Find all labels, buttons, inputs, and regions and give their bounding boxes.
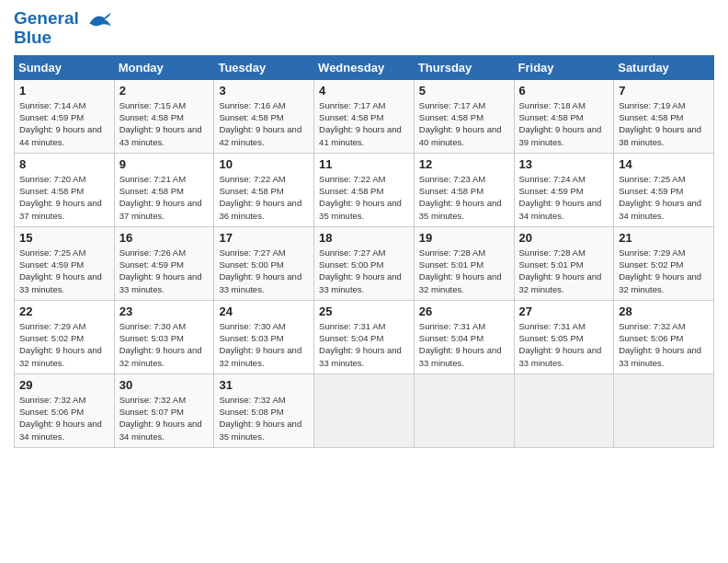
logo-text-general: General — [14, 8, 79, 28]
calendar-day-cell: 30 Sunrise: 7:32 AMSunset: 5:07 PMDaylig… — [114, 373, 214, 447]
calendar-day-cell — [314, 373, 415, 447]
day-info: Sunrise: 7:25 AMSunset: 4:59 PMDaylight:… — [19, 247, 109, 295]
day-info: Sunrise: 7:23 AMSunset: 4:58 PMDaylight:… — [419, 173, 509, 222]
weekday-header: Monday — [114, 55, 214, 79]
day-info: Sunrise: 7:17 AMSunset: 4:58 PMDaylight:… — [319, 99, 409, 148]
calendar-week-row: 29 Sunrise: 7:32 AMSunset: 5:06 PMDaylig… — [15, 373, 714, 447]
weekday-header: Saturday — [614, 55, 714, 79]
logo-text-blue: Blue — [14, 29, 113, 48]
calendar-week-row: 1 Sunrise: 7:14 AMSunset: 4:59 PMDayligh… — [15, 79, 714, 153]
day-number: 31 — [219, 378, 309, 392]
calendar-day-cell: 26 Sunrise: 7:31 AMSunset: 5:04 PMDaylig… — [414, 300, 514, 373]
calendar-day-cell — [414, 373, 514, 447]
day-number: 3 — [219, 84, 309, 98]
calendar-day-cell — [514, 373, 614, 447]
day-info: Sunrise: 7:27 AMSunset: 5:00 PMDaylight:… — [219, 247, 309, 295]
calendar-day-cell: 13 Sunrise: 7:24 AMSunset: 4:59 PMDaylig… — [514, 153, 614, 226]
day-number: 4 — [319, 84, 409, 98]
calendar-day-cell: 27 Sunrise: 7:31 AMSunset: 5:05 PMDaylig… — [514, 300, 614, 373]
calendar-day-cell: 21 Sunrise: 7:29 AMSunset: 5:02 PMDaylig… — [614, 226, 714, 300]
logo-bird-icon — [87, 11, 113, 28]
day-info: Sunrise: 7:22 AMSunset: 4:58 PMDaylight:… — [319, 173, 409, 222]
day-number: 10 — [219, 157, 309, 171]
day-number: 25 — [319, 304, 409, 318]
calendar-day-cell: 23 Sunrise: 7:30 AMSunset: 5:03 PMDaylig… — [114, 300, 214, 373]
calendar-day-cell: 8 Sunrise: 7:20 AMSunset: 4:58 PMDayligh… — [15, 153, 115, 226]
calendar-day-cell: 17 Sunrise: 7:27 AMSunset: 5:00 PMDaylig… — [214, 226, 314, 300]
calendar-day-cell: 4 Sunrise: 7:17 AMSunset: 4:58 PMDayligh… — [314, 79, 415, 153]
day-number: 1 — [19, 84, 109, 98]
weekday-header: Thursday — [414, 55, 514, 79]
day-number: 29 — [19, 378, 109, 392]
weekday-header: Friday — [514, 55, 614, 79]
day-number: 28 — [619, 304, 709, 318]
day-info: Sunrise: 7:29 AMSunset: 5:02 PMDaylight:… — [619, 247, 709, 295]
calendar-day-cell: 25 Sunrise: 7:31 AMSunset: 5:04 PMDaylig… — [314, 300, 415, 373]
day-info: Sunrise: 7:28 AMSunset: 5:01 PMDaylight:… — [419, 247, 509, 295]
day-number: 21 — [619, 231, 709, 245]
day-number: 30 — [119, 378, 210, 392]
calendar-day-cell: 18 Sunrise: 7:27 AMSunset: 5:00 PMDaylig… — [314, 226, 415, 300]
day-info: Sunrise: 7:22 AMSunset: 4:58 PMDaylight:… — [219, 173, 309, 222]
calendar-day-cell: 6 Sunrise: 7:18 AMSunset: 4:58 PMDayligh… — [514, 79, 614, 153]
day-number: 13 — [519, 157, 609, 171]
day-info: Sunrise: 7:27 AMSunset: 5:00 PMDaylight:… — [319, 247, 409, 295]
calendar-day-cell: 29 Sunrise: 7:32 AMSunset: 5:06 PMDaylig… — [15, 373, 115, 447]
day-info: Sunrise: 7:16 AMSunset: 4:58 PMDaylight:… — [219, 99, 309, 148]
day-info: Sunrise: 7:31 AMSunset: 5:05 PMDaylight:… — [519, 320, 609, 369]
day-number: 5 — [419, 84, 509, 98]
calendar-day-cell: 31 Sunrise: 7:32 AMSunset: 5:08 PMDaylig… — [214, 373, 314, 447]
day-info: Sunrise: 7:26 AMSunset: 4:59 PMDaylight:… — [119, 247, 210, 295]
calendar-day-cell: 5 Sunrise: 7:17 AMSunset: 4:58 PMDayligh… — [414, 79, 514, 153]
day-number: 12 — [419, 157, 509, 171]
day-info: Sunrise: 7:19 AMSunset: 4:58 PMDaylight:… — [619, 99, 709, 148]
calendar-day-cell: 28 Sunrise: 7:32 AMSunset: 5:06 PMDaylig… — [614, 300, 714, 373]
calendar-day-cell: 9 Sunrise: 7:21 AMSunset: 4:58 PMDayligh… — [114, 153, 214, 226]
weekday-header: Sunday — [15, 55, 115, 79]
day-info: Sunrise: 7:18 AMSunset: 4:58 PMDaylight:… — [519, 99, 609, 148]
day-number: 15 — [19, 231, 109, 245]
day-number: 2 — [119, 84, 210, 98]
day-number: 8 — [19, 157, 109, 171]
calendar-week-row: 22 Sunrise: 7:29 AMSunset: 5:02 PMDaylig… — [15, 300, 714, 373]
day-info: Sunrise: 7:31 AMSunset: 5:04 PMDaylight:… — [319, 320, 409, 369]
day-info: Sunrise: 7:32 AMSunset: 5:08 PMDaylight:… — [219, 394, 309, 442]
weekday-header: Wednesday — [314, 55, 415, 79]
day-info: Sunrise: 7:29 AMSunset: 5:02 PMDaylight:… — [19, 320, 109, 369]
day-number: 7 — [619, 84, 709, 98]
day-number: 26 — [419, 304, 509, 318]
day-info: Sunrise: 7:24 AMSunset: 4:59 PMDaylight:… — [519, 173, 609, 222]
day-number: 24 — [219, 304, 309, 318]
day-number: 20 — [519, 231, 609, 245]
day-info: Sunrise: 7:17 AMSunset: 4:58 PMDaylight:… — [419, 99, 509, 148]
day-info: Sunrise: 7:32 AMSunset: 5:06 PMDaylight:… — [19, 394, 109, 442]
calendar-day-cell: 20 Sunrise: 7:28 AMSunset: 5:01 PMDaylig… — [514, 226, 614, 300]
day-info: Sunrise: 7:14 AMSunset: 4:59 PMDaylight:… — [19, 99, 109, 148]
calendar-day-cell: 12 Sunrise: 7:23 AMSunset: 4:58 PMDaylig… — [414, 153, 514, 226]
calendar-day-cell — [614, 373, 714, 447]
calendar-week-row: 8 Sunrise: 7:20 AMSunset: 4:58 PMDayligh… — [15, 153, 714, 226]
calendar-body: 1 Sunrise: 7:14 AMSunset: 4:59 PMDayligh… — [15, 79, 714, 447]
day-info: Sunrise: 7:30 AMSunset: 5:03 PMDaylight:… — [219, 320, 309, 369]
page-header: General Blue — [14, 9, 714, 48]
calendar-day-cell: 11 Sunrise: 7:22 AMSunset: 4:58 PMDaylig… — [314, 153, 415, 226]
calendar-table: SundayMondayTuesdayWednesdayThursdayFrid… — [14, 55, 714, 448]
day-info: Sunrise: 7:32 AMSunset: 5:06 PMDaylight:… — [619, 320, 709, 369]
day-info: Sunrise: 7:21 AMSunset: 4:58 PMDaylight:… — [119, 173, 210, 222]
day-info: Sunrise: 7:20 AMSunset: 4:58 PMDaylight:… — [19, 173, 109, 222]
day-number: 27 — [519, 304, 609, 318]
weekday-header: Tuesday — [214, 55, 314, 79]
calendar-day-cell: 19 Sunrise: 7:28 AMSunset: 5:01 PMDaylig… — [414, 226, 514, 300]
page-container: General Blue SundayMondayTuesdayWednesda… — [0, 0, 728, 457]
calendar-day-cell: 7 Sunrise: 7:19 AMSunset: 4:58 PMDayligh… — [614, 79, 714, 153]
calendar-day-cell: 22 Sunrise: 7:29 AMSunset: 5:02 PMDaylig… — [15, 300, 115, 373]
day-number: 19 — [419, 231, 509, 245]
day-number: 14 — [619, 157, 709, 171]
calendar-day-cell: 15 Sunrise: 7:25 AMSunset: 4:59 PMDaylig… — [15, 226, 115, 300]
calendar-day-cell: 10 Sunrise: 7:22 AMSunset: 4:58 PMDaylig… — [214, 153, 314, 226]
day-number: 18 — [319, 231, 409, 245]
day-number: 16 — [119, 231, 210, 245]
day-number: 6 — [519, 84, 609, 98]
day-number: 9 — [119, 157, 210, 171]
calendar-day-cell: 3 Sunrise: 7:16 AMSunset: 4:58 PMDayligh… — [214, 79, 314, 153]
